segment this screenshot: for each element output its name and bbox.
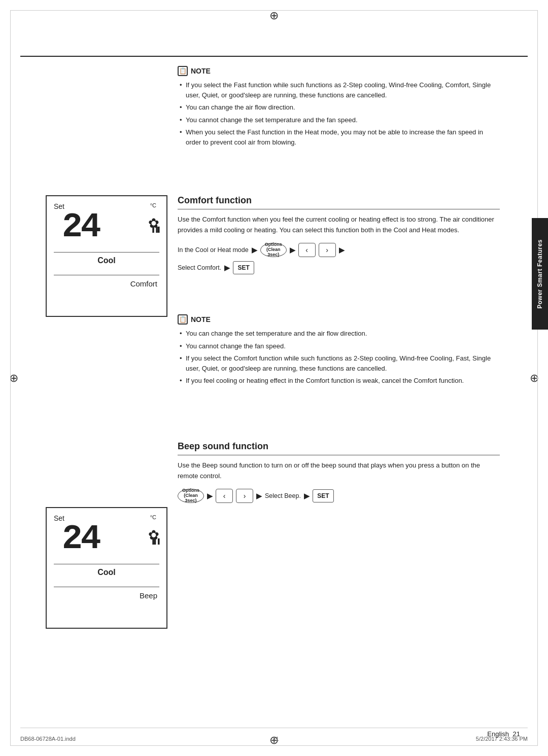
display-box-1: Set °C 24 ✿ ▐▐▌ Cool Comfort xyxy=(46,195,167,317)
nav-left-button-2[interactable]: ‹ xyxy=(216,489,233,503)
comfort-instr1-prefix: In the Cool or Heat mode xyxy=(178,246,249,254)
beep-arrow2: ▶ xyxy=(256,492,262,500)
display2-temp-num: 24 xyxy=(62,519,99,558)
set-label-1: SET xyxy=(237,264,249,271)
page-number: 21 xyxy=(513,730,520,738)
note-item-2-3: If you select the Comfort function while… xyxy=(178,353,500,373)
note-title-2: NOTE xyxy=(191,315,211,323)
beep-instruction: Options (Clean 3sec) ▶ ‹ › ▶ Select Beep… xyxy=(178,489,500,503)
display1-fan-bars: ▐▐▌ xyxy=(151,227,161,232)
display1-temp-c: °C xyxy=(150,202,156,208)
display1-comfort-label: Comfort xyxy=(130,279,159,288)
content-area: 📋 NOTE If you select the Fast function w… xyxy=(20,66,528,721)
beep-arrow1: ▶ xyxy=(207,492,213,500)
nav-left-icon-2: ‹ xyxy=(223,492,226,500)
comfort-body: Use the Comfort function when you feel t… xyxy=(178,214,500,236)
footer-file: DB68-06728A-01.indd xyxy=(20,736,76,742)
beep-heading: Beep sound function xyxy=(178,441,500,455)
note-list-2: You can change the set temperature and t… xyxy=(178,329,500,386)
page-language: English xyxy=(487,730,509,738)
note-item-2-4: If you feel cooling or heating effect in… xyxy=(178,376,500,386)
note-section-2: 📋 NOTE You can change the set temperatur… xyxy=(178,314,500,388)
nav-left-icon-1: ‹ xyxy=(305,246,308,254)
comfort-heading: Comfort function xyxy=(178,195,500,209)
display1-mode-label: Cool xyxy=(97,256,116,265)
nav-right-button-1[interactable]: › xyxy=(319,243,336,257)
nav-right-button-2[interactable]: › xyxy=(236,489,253,503)
display2-mode-label: Cool xyxy=(97,568,116,577)
note-item-1-4: When you select the Fast function in the… xyxy=(178,127,500,147)
display1-temp-num: 24 xyxy=(62,207,99,246)
note-icon-2: 📋 xyxy=(178,314,188,325)
note-header-2: 📋 NOTE xyxy=(178,314,500,325)
note-section-1: 📋 NOTE If you select the Fast function w… xyxy=(178,66,500,150)
note-item-2-2: You cannot change the fan speed. xyxy=(178,341,500,351)
beep-body: Use the Beep sound function to turn on o… xyxy=(178,460,500,482)
sidebar-tab-label: Power Smart Features xyxy=(536,239,543,309)
top-rule xyxy=(20,56,528,57)
options-button-2[interactable]: Options (Clean 3sec) xyxy=(178,489,204,503)
options-sub-2: (Clean 3sec) xyxy=(178,493,203,503)
note-icon-1: 📋 xyxy=(178,66,188,76)
bottom-rule xyxy=(20,728,528,728)
footer-page-num: 21 xyxy=(272,736,279,742)
display2-comfort-label: Beep xyxy=(140,591,159,600)
comfort-arrow1: ▶ xyxy=(252,246,257,254)
set-label-2: SET xyxy=(317,492,329,499)
comfort-instr2-prefix: Select Comfort. xyxy=(178,264,221,271)
note-title-1: NOTE xyxy=(191,67,211,75)
comfort-arrow3: ▶ xyxy=(339,246,345,254)
comfort-instruction-2: Select Comfort. ▶ SET xyxy=(178,261,500,274)
footer: DB68-06728A-01.indd 21 5/2/2017 2:43:36 … xyxy=(20,736,528,742)
nav-right-icon-1: › xyxy=(326,246,328,254)
nav-right-icon-2: › xyxy=(244,492,246,500)
beep-arrow3: ▶ xyxy=(304,492,310,500)
beep-select-label: Select Beep. xyxy=(265,492,301,499)
note-item-1-3: You cannot change the set temperature an… xyxy=(178,115,500,125)
display-inner-1: Set °C 24 ✿ ▐▐▌ Cool Comfort xyxy=(47,196,166,316)
display2-temp-c: °C xyxy=(150,514,156,520)
display1-divider-1 xyxy=(54,252,159,253)
display2-divider-2 xyxy=(54,587,159,587)
display2-divider-1 xyxy=(54,564,159,564)
note-item-1-1: If you select the Fast function while su… xyxy=(178,80,500,100)
set-button-2[interactable]: SET xyxy=(313,489,334,502)
note-header-1: 📋 NOTE xyxy=(178,66,500,76)
page-number-area: English 21 xyxy=(487,730,520,738)
comfort-arrow4: ▶ xyxy=(224,264,230,272)
set-button-1[interactable]: SET xyxy=(233,261,254,274)
nav-left-button-1[interactable]: ‹ xyxy=(298,243,316,257)
comfort-instruction-1: In the Cool or Heat mode ▶ Options (Clea… xyxy=(178,243,500,257)
display2-fan-bars: ▐▌▌ xyxy=(151,538,161,544)
note-item-2-1: You can change the set temperature and t… xyxy=(178,329,500,339)
display-box-2: Set °C 24 ✿ ▐▌▌ Cool Beep xyxy=(46,507,167,629)
note-list-1: If you select the Fast function while su… xyxy=(178,80,500,147)
display-inner-2: Set °C 24 ✿ ▐▌▌ Cool Beep xyxy=(47,508,166,628)
options-button-1[interactable]: Options (Clean 3sec) xyxy=(260,243,287,257)
comfort-arrow2: ▶ xyxy=(290,246,295,254)
display1-divider-2 xyxy=(54,275,159,275)
comfort-section: Comfort function Use the Comfort functio… xyxy=(178,195,500,278)
note-item-1-2: You can change the air flow direction. xyxy=(178,102,500,113)
beep-section: Beep sound function Use the Beep sound f… xyxy=(178,441,500,507)
options-sub-1: (Clean 3sec) xyxy=(261,247,286,258)
sidebar-tab: Power Smart Features xyxy=(532,218,548,330)
